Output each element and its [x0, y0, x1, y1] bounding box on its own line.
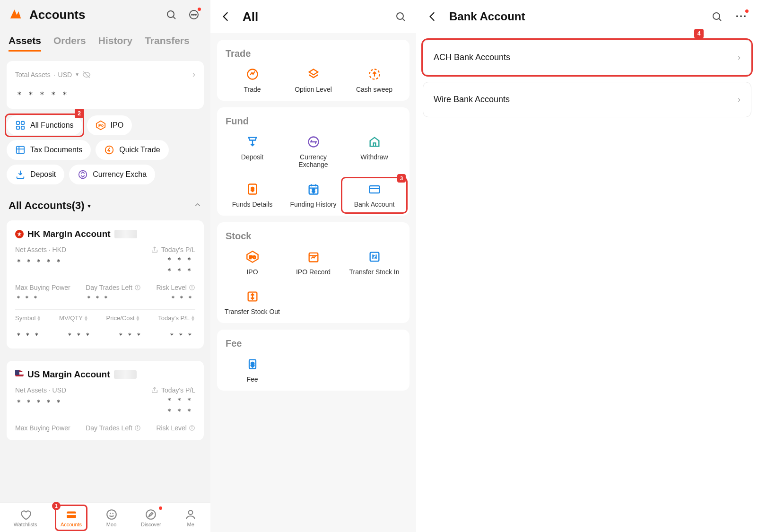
trade-function[interactable]: Trade — [222, 65, 283, 96]
step-badge-4: 4 — [694, 29, 704, 38]
search-icon[interactable] — [163, 7, 179, 23]
ipo-record-function[interactable]: IPO Record — [283, 247, 344, 279]
chip-label: IPO — [111, 121, 124, 130]
share-icon[interactable] — [151, 386, 158, 394]
funding-history-function[interactable]: $Funding History — [283, 180, 344, 211]
step-badge-3: 3 — [397, 174, 406, 183]
ipo-chip[interactable]: IPO IPO — [87, 115, 132, 135]
back-icon[interactable] — [218, 9, 234, 25]
accounts-section-header[interactable]: All Accounts(3) ▾ — [0, 188, 210, 217]
page-title: Bank Account — [449, 10, 525, 23]
svg-line-59 — [719, 19, 722, 21]
svg-rect-9 — [17, 126, 19, 129]
chip-label: All Functions — [30, 121, 74, 130]
tax-documents-chip[interactable]: Tax Documents — [7, 140, 91, 160]
chat-icon[interactable] — [186, 7, 202, 23]
accounts-screen: Accounts Assets Orders History Transfers… — [0, 0, 210, 532]
nav-discover[interactable]: Discover — [137, 506, 165, 529]
nav-accounts[interactable]: 1 Accounts — [57, 506, 86, 529]
search-icon[interactable] — [392, 9, 409, 25]
all-functions-chip[interactable]: 2 All Functions — [7, 115, 82, 135]
tab-history[interactable]: History — [98, 35, 132, 52]
nav-watchlists[interactable]: Watchlists — [10, 506, 41, 529]
tabs: Assets Orders History Transfers — [0, 27, 210, 56]
share-icon[interactable] — [151, 246, 158, 253]
nav-moo[interactable]: Moo — [102, 506, 122, 529]
funds-details-function[interactable]: $Funds Details — [222, 180, 283, 211]
tab-transfers[interactable]: Transfers — [145, 35, 190, 52]
max-buying-power-label: Max Buying Power — [15, 424, 70, 432]
step-badge-1: 1 — [52, 502, 61, 510]
col-pricecost[interactable]: Price/Cost — [106, 314, 135, 322]
page-title: All — [243, 9, 258, 24]
tab-assets[interactable]: Assets — [9, 35, 41, 52]
app-logo-icon — [9, 7, 23, 23]
chevron-right-icon: › — [192, 70, 195, 79]
svg-point-4 — [193, 14, 194, 15]
notification-dot — [159, 506, 162, 510]
account-card-hk[interactable]: HK Margin Account Net Assets · HKD Today… — [7, 220, 204, 349]
account-name: US Margin Account — [27, 369, 110, 380]
cash-sweep-function[interactable]: Cash sweep — [344, 65, 405, 96]
info-icon[interactable] — [134, 284, 141, 291]
function-label: IPO — [246, 268, 258, 276]
back-icon[interactable] — [425, 9, 441, 25]
total-assets-card[interactable]: Total Assets · USD ▼ › ＊＊＊＊＊ — [7, 61, 204, 109]
account-card-us[interactable]: US Margin Account Net Assets · USD Today… — [7, 361, 204, 440]
table-row: ＊＊＊ ＊＊＊ ＊＊＊ ＊＊＊ — [15, 331, 195, 340]
svg-rect-48 — [369, 186, 379, 193]
exchange-icon — [307, 135, 320, 148]
collapse-icon[interactable] — [193, 201, 202, 211]
currency-exchange-chip[interactable]: Currency Excha — [69, 165, 155, 184]
function-label: Withdraw — [360, 153, 388, 161]
svg-point-26 — [137, 427, 138, 427]
transfer-stock-in-function[interactable]: Transfer Stock In — [344, 247, 405, 279]
function-label: IPO Record — [296, 268, 331, 276]
bank-account-screen: Bank Account ··· 4 ACH Bank Accounts › W… — [416, 0, 758, 532]
ach-bank-accounts-row[interactable]: 4 ACH Bank Accounts › — [423, 40, 751, 75]
deposit-function[interactable]: Deposit — [222, 132, 283, 171]
option-icon — [307, 68, 320, 81]
fee-icon: $ — [246, 358, 259, 371]
more-icon[interactable]: ··· — [733, 9, 749, 25]
function-label: Transfer Stock In — [349, 268, 399, 276]
deposit-chip[interactable]: Deposit — [7, 165, 64, 184]
transfer-stock-out-function[interactable]: Transfer Stock Out — [222, 287, 283, 318]
info-icon[interactable] — [189, 425, 195, 431]
withdraw-function[interactable]: Withdraw — [344, 132, 405, 171]
ipo-function[interactable]: IPOIPO — [222, 247, 283, 279]
accounts-header-title: All Accounts(3) — [9, 200, 85, 212]
svg-rect-7 — [17, 122, 19, 124]
info-icon[interactable] — [189, 284, 195, 291]
visibility-toggle-icon[interactable] — [82, 70, 91, 79]
section-title: Stock — [222, 231, 405, 247]
option-level-function[interactable]: Option Level — [283, 65, 344, 96]
currency-exchange-function[interactable]: Currency Exchange — [283, 132, 344, 171]
all-functions-screen: All TradeTradeOption LevelCash sweepFund… — [210, 0, 416, 532]
col-todayspl[interactable]: Today's P/L — [158, 314, 190, 322]
function-label: Cash sweep — [356, 86, 392, 93]
svg-rect-31 — [67, 514, 76, 515]
info-icon[interactable] — [134, 425, 141, 431]
svg-marker-34 — [149, 513, 153, 517]
wire-bank-accounts-row[interactable]: Wire Bank Accounts › — [423, 82, 751, 117]
quick-trade-chip[interactable]: Quick Trade — [96, 140, 168, 160]
account-number-mask — [114, 230, 137, 238]
currency-caret-icon[interactable]: ▼ — [75, 72, 79, 77]
function-section: StockIPOIPOIPO RecordTransfer Stock InTr… — [217, 222, 409, 323]
svg-point-3 — [192, 14, 192, 15]
svg-rect-10 — [21, 126, 24, 129]
svg-text:IPO: IPO — [97, 123, 104, 128]
nav-me[interactable]: Me — [181, 506, 200, 529]
function-label: Option Level — [295, 86, 332, 93]
fee-function[interactable]: $Fee — [222, 355, 283, 386]
bank-account-function[interactable]: 3Bank Account — [344, 180, 405, 211]
cashsweep-icon — [368, 68, 381, 81]
total-assets-currency: USD — [58, 71, 72, 78]
col-symbol[interactable]: Symbol — [15, 314, 35, 322]
quick-action-chips: 2 All Functions IPO IPO Tax Documents Qu… — [0, 115, 210, 188]
col-mvqty[interactable]: MV/QTY — [59, 314, 83, 322]
tab-orders[interactable]: Orders — [53, 35, 86, 52]
function-label: Transfer Stock Out — [225, 308, 280, 315]
search-icon[interactable] — [709, 9, 725, 25]
